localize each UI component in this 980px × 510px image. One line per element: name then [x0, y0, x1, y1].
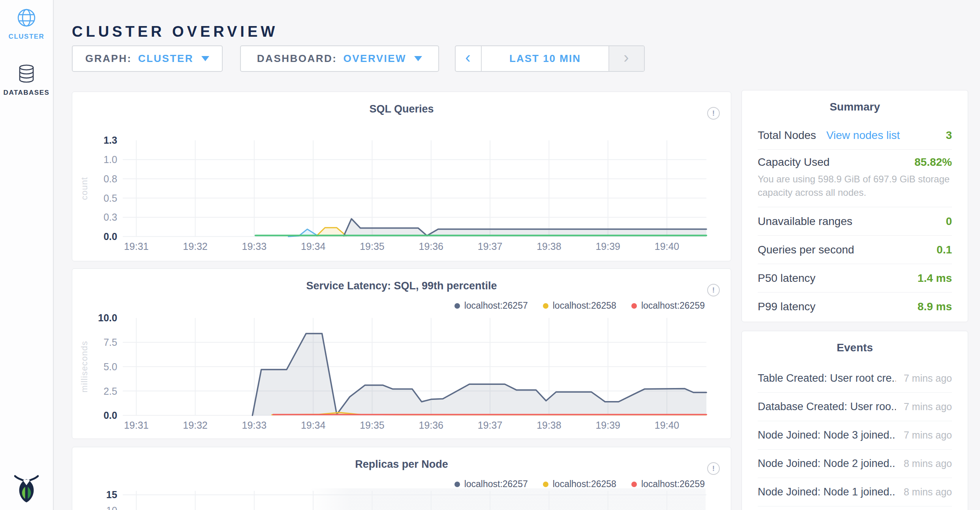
summary-value: 0.1	[937, 244, 952, 256]
svg-text:19:39: 19:39	[595, 241, 620, 252]
chevron-left-icon: ‹	[465, 49, 471, 66]
chevron-down-icon	[201, 56, 209, 61]
event-title: Node Joined: Node 3 joined...	[758, 429, 896, 441]
summary-panel: Summary Total Nodes View nodes list 3 Ca…	[742, 90, 968, 322]
svg-text:19:36: 19:36	[419, 420, 443, 431]
summary-label: Unavailable ranges	[758, 215, 852, 228]
event-title: Node Joined: Node 1 joined...	[758, 486, 896, 498]
time-range-selector: ‹ LAST 10 MIN ›	[455, 45, 645, 72]
dashboard-dropdown[interactable]: DASHBOARD: OVERVIEW	[240, 45, 439, 72]
event-time: 8 mins ago	[904, 486, 952, 498]
events-title: Events	[742, 341, 968, 354]
view-nodes-list-link[interactable]: View nodes list	[826, 129, 900, 141]
event-row[interactable]: Node Joined: Node 3 joined...7 mins ago	[758, 421, 952, 450]
event-title: Node Joined: Node 2 joined...	[758, 458, 896, 470]
summary-value: 85.82%	[914, 156, 952, 169]
event-row[interactable]: Node Joined: Node 1 joined...8 mins ago	[758, 478, 952, 506]
sql-queries-chart[interactable]: 19:3119:3219:3319:3419:3519:3619:3719:38…	[72, 92, 731, 261]
event-row[interactable]: Table Created: User root cre...7 mins ag…	[758, 364, 952, 393]
capacity-subtext: You are using 598.9 GiB of 697.9 GiB sto…	[758, 172, 952, 199]
svg-text:0.5: 0.5	[103, 193, 117, 204]
svg-text:0.0: 0.0	[103, 231, 117, 242]
svg-text:0.0: 0.0	[103, 410, 117, 421]
event-row[interactable]: Node Joined: Node 2 joined...8 mins ago	[758, 450, 952, 478]
time-range-prev-button[interactable]: ‹	[456, 46, 482, 71]
summary-value: 1.4 ms	[918, 272, 952, 285]
summary-row-total-nodes: Total Nodes View nodes list 3	[758, 121, 952, 150]
event-row[interactable]: Database Created: User roo...7 mins ago	[758, 393, 952, 421]
summary-value: 8.9 ms	[918, 300, 952, 313]
svg-text:19:31: 19:31	[124, 241, 148, 252]
sidebar: CLUSTER DATABASES	[0, 0, 54, 510]
svg-text:15: 15	[106, 489, 117, 500]
sidebar-item-label: CLUSTER	[0, 33, 53, 41]
summary-label: P99 latency	[758, 300, 815, 313]
event-time: 8 mins ago	[904, 458, 952, 469]
summary-row-p99-latency: P99 latency 8.9 ms	[758, 292, 952, 321]
events-list: Table Created: User root cre...7 mins ag…	[758, 364, 952, 506]
cluster-overview-page: { "header": { "title": "CLUSTER OVERVIEW…	[0, 0, 980, 510]
svg-text:19:33: 19:33	[242, 241, 267, 252]
database-icon	[17, 64, 36, 85]
svg-text:milliseconds: milliseconds	[79, 341, 89, 392]
svg-text:0.8: 0.8	[103, 173, 117, 184]
svg-text:19:32: 19:32	[183, 420, 207, 431]
svg-text:19:36: 19:36	[419, 241, 443, 252]
svg-text:19:38: 19:38	[537, 420, 561, 431]
sql-queries-card: SQL Queries ! 19:3119:3219:3319:3419:351…	[72, 92, 731, 261]
event-time: 7 mins ago	[904, 401, 952, 412]
svg-text:19:35: 19:35	[360, 241, 384, 252]
summary-title: Summary	[742, 101, 968, 113]
sidebar-item-label: DATABASES	[0, 89, 53, 97]
event-title: Database Created: User roo...	[758, 401, 896, 413]
summary-row-capacity-used: Capacity Used 85.82% You are using 598.9…	[758, 150, 952, 207]
svg-text:19:37: 19:37	[478, 420, 502, 431]
svg-text:19:38: 19:38	[537, 241, 561, 252]
time-range-next-button[interactable]: ›	[608, 46, 644, 71]
sidebar-item-cluster[interactable]: CLUSTER	[0, 8, 53, 41]
dashboard-dropdown-label: DASHBOARD:	[257, 52, 337, 65]
svg-text:count: count	[79, 177, 89, 200]
svg-text:19:35: 19:35	[360, 420, 384, 431]
svg-text:5.0: 5.0	[103, 361, 117, 372]
svg-text:19:39: 19:39	[595, 420, 620, 431]
svg-text:10: 10	[106, 505, 117, 510]
service-latency-chart[interactable]: 19:3119:3219:3319:3419:3519:3619:3719:38…	[72, 269, 731, 439]
event-time: 7 mins ago	[904, 373, 952, 384]
events-panel: Events Table Created: User root cre...7 …	[742, 331, 968, 510]
svg-text:19:34: 19:34	[301, 420, 326, 431]
svg-text:10.0: 10.0	[98, 312, 117, 323]
svg-text:0.3: 0.3	[103, 212, 117, 223]
svg-text:7.5: 7.5	[103, 337, 117, 348]
event-title: Table Created: User root cre...	[758, 372, 896, 384]
summary-value: 0	[946, 215, 952, 228]
svg-text:19:37: 19:37	[478, 241, 502, 252]
summary-row-p50-latency: P50 latency 1.4 ms	[758, 264, 952, 292]
time-range-label[interactable]: LAST 10 MIN	[482, 46, 608, 71]
summary-label: P50 latency	[758, 272, 815, 285]
svg-text:19:40: 19:40	[655, 241, 679, 252]
summary-label: Queries per second	[758, 244, 854, 256]
event-time: 7 mins ago	[904, 429, 952, 441]
globe-icon	[17, 8, 36, 29]
sidebar-item-databases[interactable]: DATABASES	[0, 64, 53, 97]
svg-text:19:31: 19:31	[124, 420, 148, 431]
svg-text:19:33: 19:33	[242, 420, 267, 431]
page-title: CLUSTER OVERVIEW	[72, 23, 278, 40]
dashboard-dropdown-value: OVERVIEW	[344, 52, 407, 65]
svg-text:19:34: 19:34	[301, 241, 326, 252]
replicas-per-node-card: Replicas per Node ! localhost:26257local…	[72, 447, 731, 510]
svg-text:2.5: 2.5	[103, 386, 117, 397]
svg-text:19:32: 19:32	[183, 241, 207, 252]
replicas-per-node-chart[interactable]: 19:3119:3219:3319:3419:3519:3619:3719:38…	[72, 447, 731, 510]
summary-value: 3	[946, 129, 952, 142]
chevron-down-icon	[414, 56, 422, 61]
chevron-right-icon: ›	[623, 49, 629, 66]
svg-text:1.0: 1.0	[103, 154, 117, 165]
svg-text:1.3: 1.3	[103, 135, 117, 146]
summary-label: Total Nodes	[758, 129, 816, 141]
graph-dropdown-label: GRAPH:	[85, 52, 132, 65]
service-latency-card: Service Latency: SQL, 99th percentile ! …	[72, 268, 731, 439]
graph-dropdown[interactable]: GRAPH: CLUSTER	[72, 45, 223, 72]
cockroachdb-logo[interactable]	[0, 473, 53, 505]
